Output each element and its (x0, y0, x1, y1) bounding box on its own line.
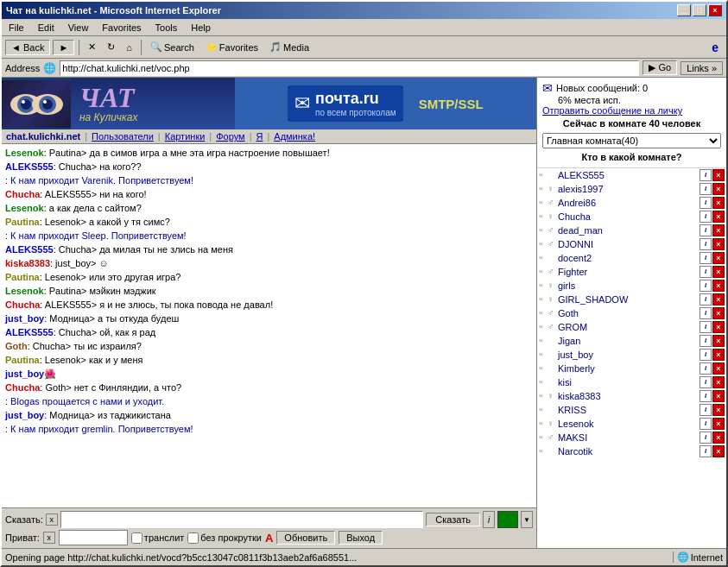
user-kick-button[interactable]: × (712, 266, 725, 278)
menu-help[interactable]: Help (187, 22, 214, 34)
send-message-link[interactable]: Отправить сообщение на личку (542, 105, 721, 116)
user-info-button[interactable]: i (700, 376, 712, 388)
user-name[interactable]: dead_man (558, 224, 700, 237)
user-info-button[interactable]: i (700, 321, 712, 333)
user-name[interactable]: just_boy (558, 348, 700, 362)
user-name[interactable]: Goth (558, 306, 700, 320)
privet-close[interactable]: x (43, 532, 55, 544)
menu-favorites[interactable]: Favorites (98, 22, 144, 34)
user-name[interactable]: Jigan (558, 334, 700, 348)
nav-pictures[interactable]: Картинки (165, 131, 206, 142)
user-info-button[interactable]: i (700, 169, 712, 181)
user-kick-button[interactable]: × (712, 335, 725, 347)
user-info-button[interactable]: i (700, 293, 712, 306)
user-info-button[interactable]: i (700, 404, 712, 416)
translit-checkbox[interactable] (131, 532, 142, 544)
menu-edit[interactable]: Edit (35, 22, 58, 34)
user-name[interactable]: GIRL_SHADOW (558, 293, 700, 306)
user-name[interactable]: Lesenok (558, 417, 700, 431)
user-name[interactable]: docent2 (558, 251, 700, 265)
user-kick-button[interactable]: × (712, 307, 725, 319)
user-name[interactable]: alexis1997 (558, 182, 700, 196)
forward-button[interactable]: ► (53, 40, 74, 55)
user-kick-button[interactable]: × (712, 293, 725, 306)
user-kick-button[interactable]: × (712, 390, 725, 402)
user-info-button[interactable]: i (700, 307, 712, 319)
close-button[interactable]: × (708, 4, 722, 16)
color-picker[interactable] (497, 511, 518, 528)
user-name[interactable]: Chucha (558, 210, 700, 224)
media-button[interactable]: 🎵 Media (265, 40, 313, 54)
refresh-button[interactable]: ↻ (103, 40, 119, 54)
privet-input[interactable] (59, 530, 128, 545)
room-select[interactable]: Главная комната(40) (542, 133, 721, 148)
color-dropdown[interactable]: ▼ (521, 511, 533, 528)
menu-view[interactable]: View (65, 22, 92, 34)
user-info-button[interactable]: i (700, 445, 712, 457)
user-kick-button[interactable]: × (712, 252, 725, 264)
user-name[interactable]: Fighter (558, 265, 700, 279)
user-name[interactable]: kiska8383 (558, 389, 700, 403)
user-name[interactable]: girls (558, 279, 700, 293)
update-button[interactable]: Обновить (276, 531, 335, 545)
user-kick-button[interactable]: × (712, 404, 725, 416)
site-link[interactable]: chat.kulichki.net (6, 131, 80, 142)
nav-users[interactable]: Пользователи (92, 131, 154, 142)
stop-button[interactable]: ✕ (84, 40, 100, 54)
user-name[interactable]: Narcotik (558, 444, 700, 458)
user-kick-button[interactable]: × (712, 362, 725, 375)
user-info-button[interactable]: i (700, 183, 712, 195)
exit-button[interactable]: Выход (339, 531, 383, 545)
nav-i[interactable]: Я (256, 131, 263, 142)
user-info-button[interactable]: i (700, 390, 712, 402)
translit-label[interactable]: транслит (131, 532, 184, 544)
chat-messages[interactable]: Lesenok: Pautina> да в симов игра а мне … (2, 144, 536, 507)
user-kick-button[interactable]: × (712, 238, 725, 250)
user-name[interactable]: Kimberly (558, 362, 700, 375)
home-button[interactable]: ⌂ (122, 41, 136, 54)
user-info-button[interactable]: i (700, 238, 712, 250)
user-info-button[interactable]: i (700, 224, 712, 236)
nav-forum[interactable]: Форум (216, 131, 244, 142)
user-info-button[interactable]: i (700, 362, 712, 375)
user-kick-button[interactable]: × (712, 432, 725, 444)
user-name[interactable]: ALEKS555 (558, 168, 700, 182)
user-kick-button[interactable]: × (712, 169, 725, 181)
user-info-button[interactable]: i (700, 432, 712, 444)
maximize-button[interactable]: □ (693, 4, 706, 16)
user-info-button[interactable]: i (700, 349, 712, 361)
user-name[interactable]: DJONNI (558, 237, 700, 251)
user-kick-button[interactable]: × (712, 183, 725, 195)
user-kick-button[interactable]: × (712, 280, 725, 292)
user-kick-button[interactable]: × (712, 445, 725, 457)
user-info-button[interactable]: i (700, 197, 712, 209)
user-kick-button[interactable]: × (712, 197, 725, 209)
user-kick-button[interactable]: × (712, 224, 725, 236)
user-info-button[interactable]: i (700, 211, 712, 223)
user-kick-button[interactable]: × (712, 321, 725, 333)
user-kick-button[interactable]: × (712, 211, 725, 223)
say-input[interactable] (60, 511, 424, 528)
links-button[interactable]: Links » (681, 61, 723, 75)
user-info-button[interactable]: i (700, 280, 712, 292)
no-scroll-checkbox[interactable] (187, 532, 199, 544)
back-button[interactable]: ◄ Back (5, 40, 50, 55)
user-kick-button[interactable]: × (712, 349, 725, 361)
no-scroll-label[interactable]: без прокрутки (187, 532, 262, 544)
nav-admin[interactable]: Админка! (274, 131, 315, 142)
user-kick-button[interactable]: × (712, 376, 725, 388)
user-name[interactable]: kisi (558, 375, 700, 389)
user-info-button[interactable]: i (700, 418, 712, 430)
user-name[interactable]: GROM (558, 320, 700, 334)
minimize-button[interactable]: _ (677, 4, 691, 16)
go-button[interactable]: ▶ Go (643, 60, 677, 75)
say-close[interactable]: x (46, 513, 58, 526)
menu-tools[interactable]: Tools (152, 22, 181, 34)
say-button[interactable]: Сказать (426, 513, 480, 526)
search-button[interactable]: 🔍 Search (146, 40, 199, 54)
user-kick-button[interactable]: × (712, 418, 725, 430)
favorites-button[interactable]: ⭐ Favorites (201, 40, 263, 54)
user-info-button[interactable]: i (700, 335, 712, 347)
user-name[interactable]: KRISS (558, 403, 700, 417)
user-info-button[interactable]: i (700, 252, 712, 264)
